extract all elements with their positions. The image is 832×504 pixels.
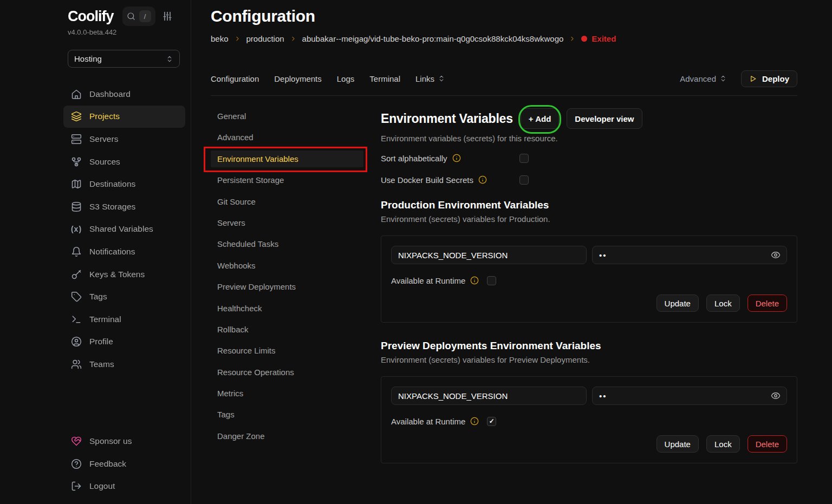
lock-button[interactable]: Lock bbox=[706, 294, 740, 312]
sidebar-item-destinations[interactable]: Destinations bbox=[63, 173, 185, 195]
sidebar-item-teams[interactable]: Teams bbox=[63, 353, 185, 376]
sort-alphabetically-checkbox[interactable] bbox=[519, 154, 529, 163]
sidebar-item-label: Sources bbox=[89, 157, 120, 167]
available-at-runtime-row: Available at Runtime ✓ bbox=[391, 415, 787, 428]
subnav-item-rollback[interactable]: Rollback bbox=[211, 321, 363, 338]
sidebar-item-label: S3 Storages bbox=[89, 202, 135, 212]
add-env-variable-button[interactable]: + Add bbox=[521, 108, 560, 129]
sidebar-item-label: Keys & Tokens bbox=[89, 270, 145, 279]
env-name-input[interactable] bbox=[391, 387, 587, 405]
env-value-input[interactable] bbox=[592, 246, 787, 264]
team-selector[interactable]: Hosting bbox=[68, 50, 180, 68]
search-button[interactable]: / bbox=[122, 6, 155, 26]
chevron-right-icon bbox=[234, 35, 241, 42]
section-description: Environment variables (secrets) for this… bbox=[381, 134, 797, 143]
shared-variables-icon: (x) bbox=[71, 224, 82, 234]
subnav-item-healthcheck[interactable]: Healthcheck bbox=[211, 300, 363, 317]
sidebar-item-servers[interactable]: Servers bbox=[63, 128, 185, 150]
available-at-runtime-label: Available at Runtime bbox=[391, 276, 465, 285]
docker-build-secrets-checkbox[interactable] bbox=[519, 175, 529, 185]
tab-configuration[interactable]: Configuration bbox=[211, 74, 259, 83]
sidebar-item-label: Dashboard bbox=[89, 89, 131, 99]
breadcrumb-project[interactable]: beko bbox=[211, 34, 229, 43]
subnav-item-danger-zone[interactable]: Danger Zone bbox=[211, 428, 363, 444]
tab-terminal[interactable]: Terminal bbox=[369, 74, 400, 83]
subnav-item-advanced[interactable]: Advanced bbox=[211, 129, 363, 146]
delete-button[interactable]: Delete bbox=[748, 435, 787, 453]
sidebar-item-label: Notifications bbox=[89, 247, 135, 257]
sidebar-item-shared-variables[interactable]: (x) Shared Variables bbox=[63, 218, 185, 241]
subnav-item-servers[interactable]: Servers bbox=[211, 214, 363, 231]
available-at-runtime-checkbox[interactable] bbox=[487, 276, 496, 285]
sidebar-item-logout[interactable]: Logout bbox=[63, 475, 185, 498]
sidebar-item-profile[interactable]: Profile bbox=[63, 331, 185, 354]
info-icon bbox=[470, 417, 479, 426]
settings-sliders-icon[interactable] bbox=[162, 11, 173, 22]
log-out-icon bbox=[71, 481, 82, 492]
sidebar-item-s3-storages[interactable]: S3 Storages bbox=[63, 195, 185, 218]
subnav-item-resource-limits[interactable]: Resource Limits bbox=[211, 342, 363, 359]
tab-logs[interactable]: Logs bbox=[337, 74, 355, 83]
sidebar-item-tags[interactable]: Tags bbox=[63, 285, 185, 308]
subnav-item-webhooks[interactable]: Webhooks bbox=[211, 257, 363, 274]
lock-button[interactable]: Lock bbox=[706, 435, 740, 453]
delete-button[interactable]: Delete bbox=[748, 294, 787, 312]
sidebar-item-dashboard[interactable]: Dashboard bbox=[63, 83, 185, 106]
team-selector-value: Hosting bbox=[74, 54, 102, 63]
env-name-input[interactable] bbox=[391, 246, 587, 264]
env-value-input[interactable] bbox=[592, 387, 787, 405]
subnav-item-scheduled-tasks[interactable]: Scheduled Tasks bbox=[211, 235, 363, 252]
tag-icon bbox=[71, 291, 82, 302]
sidebar-item-sponsor-us[interactable]: Sponsor us bbox=[63, 430, 185, 453]
tabs-row: Configuration Deployments Logs Terminal … bbox=[211, 70, 797, 87]
subnav-item-resource-operations[interactable]: Resource Operations bbox=[211, 364, 363, 381]
sidebar-item-keys-tokens[interactable]: Keys & Tokens bbox=[63, 263, 185, 286]
server-icon bbox=[71, 134, 82, 145]
subnav-item-metrics[interactable]: Metrics bbox=[211, 385, 363, 402]
brand-row: Coolify / bbox=[68, 6, 185, 26]
sidebar-item-sources[interactable]: Sources bbox=[63, 150, 185, 173]
tabs-divider bbox=[211, 95, 797, 96]
available-at-runtime-row: Available at Runtime bbox=[391, 274, 787, 287]
chevron-right-icon bbox=[569, 35, 576, 42]
available-at-runtime-label: Available at Runtime bbox=[391, 417, 465, 426]
chevron-right-icon bbox=[290, 35, 297, 42]
sidebar-item-label: Logout bbox=[89, 481, 115, 491]
subnav-item-preview-deployments[interactable]: Preview Deployments bbox=[211, 278, 363, 295]
header-actions: Advanced Deploy bbox=[680, 70, 797, 87]
info-icon bbox=[452, 154, 461, 162]
eye-icon bbox=[771, 250, 781, 260]
sidebar-item-label: Tags bbox=[89, 292, 107, 302]
available-at-runtime-checkbox[interactable]: ✓ bbox=[487, 417, 496, 426]
advanced-dropdown[interactable]: Advanced bbox=[680, 74, 727, 83]
map-icon bbox=[71, 179, 82, 189]
deploy-button[interactable]: Deploy bbox=[741, 70, 797, 87]
reveal-value-button[interactable] bbox=[771, 250, 781, 260]
info-icon bbox=[478, 175, 487, 184]
sidebar-item-terminal[interactable]: Terminal bbox=[63, 308, 185, 331]
app-version: v4.0.0-beta.442 bbox=[68, 28, 185, 36]
status-badge: Exited bbox=[581, 34, 616, 43]
heart-handshake-icon bbox=[71, 436, 82, 447]
sidebar-item-feedback[interactable]: Feedback bbox=[63, 453, 185, 475]
subnav-item-general[interactable]: General bbox=[211, 108, 363, 125]
sidebar-item-projects[interactable]: Projects bbox=[63, 106, 185, 128]
update-button[interactable]: Update bbox=[656, 435, 699, 453]
reveal-value-button[interactable] bbox=[771, 391, 781, 401]
developer-view-button[interactable]: Developer view bbox=[567, 108, 642, 129]
update-button[interactable]: Update bbox=[656, 294, 699, 312]
docker-build-secrets-row: Use Docker Build Secrets bbox=[381, 174, 797, 185]
breadcrumb-resource[interactable]: abubakar--meigag/vid-tube-beko-pro:main-… bbox=[302, 34, 564, 43]
sidebar-item-notifications[interactable]: Notifications bbox=[63, 240, 185, 263]
sidebar-item-label: Terminal bbox=[89, 315, 121, 324]
breadcrumb-environment[interactable]: production bbox=[246, 34, 284, 43]
sidebar-item-label: Destinations bbox=[89, 179, 135, 189]
tab-links[interactable]: Links bbox=[415, 74, 445, 83]
subnav-item-git-source[interactable]: Git Source bbox=[211, 193, 363, 210]
chevron-up-down-icon bbox=[719, 75, 727, 82]
subnav-item-persistent-storage[interactable]: Persistent Storage bbox=[211, 172, 363, 188]
subnav-item-tags[interactable]: Tags bbox=[211, 406, 363, 423]
tabs: Configuration Deployments Logs Terminal … bbox=[211, 74, 445, 83]
tab-deployments[interactable]: Deployments bbox=[274, 74, 322, 83]
subnav-item-environment-variables[interactable]: Environment Variables bbox=[211, 150, 363, 167]
